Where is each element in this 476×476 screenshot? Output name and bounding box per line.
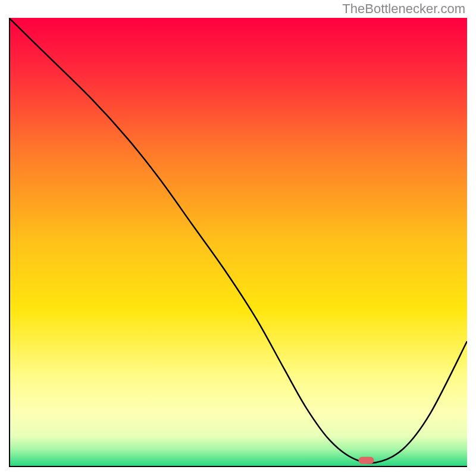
chart-svg [9, 18, 467, 467]
watermark-text: TheBottlenecker.com [342, 1, 465, 17]
optimal-marker [359, 457, 374, 464]
bottleneck-chart [9, 18, 467, 467]
